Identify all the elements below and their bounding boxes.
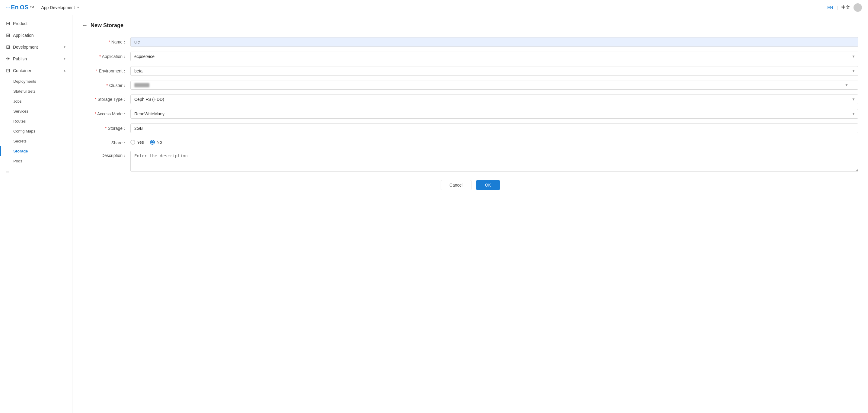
share-no-radio[interactable] [150, 140, 155, 145]
new-storage-form: * Name： * Application： ecpservice [82, 37, 858, 190]
sidebar-sub-item-stateful-sets[interactable]: Stateful Sets [0, 86, 72, 96]
sidebar-item-product[interactable]: ⊞ Product [0, 18, 72, 29]
storage-type-control: Ceph FS (HDD) Ceph RBD NFS ▼ [130, 94, 858, 104]
publish-icon: ✈ [6, 56, 10, 62]
sidebar-sub-item-deployments[interactable]: Deployments [0, 77, 72, 86]
sidebar-item-container[interactable]: ⊡ Container ▲ [0, 65, 72, 77]
description-textarea[interactable] [130, 151, 858, 172]
app-selector-label: App Development [41, 5, 74, 10]
description-control [130, 151, 858, 173]
cluster-blurred-value [134, 83, 149, 87]
share-radio-group: Yes No [130, 138, 858, 145]
development-icon: ⊞ [6, 44, 10, 50]
storage-type-required: * [95, 97, 96, 102]
name-input[interactable] [130, 37, 858, 47]
application-control: ecpservice ▼ [130, 52, 858, 61]
storage-label: Storage [13, 149, 28, 153]
application-select-wrap: ecpservice ▼ [130, 52, 858, 61]
lang-en-btn[interactable]: EN [827, 5, 833, 10]
storage-size-control [130, 123, 858, 133]
share-no-label: No [157, 140, 162, 145]
deployments-label: Deployments [13, 79, 36, 84]
cluster-label: * Cluster： [82, 81, 130, 88]
logo-en: En [11, 4, 19, 11]
menu-icon: ≡ [6, 169, 9, 175]
sidebar-sub-item-jobs[interactable]: Jobs [0, 96, 72, 106]
description-label: Description： [82, 151, 130, 158]
application-select[interactable]: ecpservice [130, 52, 858, 61]
topnav-right: EN | 中文 [827, 3, 862, 12]
environment-select[interactable]: beta [130, 66, 858, 76]
storage-type-select[interactable]: Ceph FS (HDD) Ceph RBD NFS [130, 94, 858, 104]
environment-label-text: Environment： [99, 68, 127, 73]
name-label: * Name： [82, 37, 130, 45]
cluster-label-text: Cluster： [109, 83, 127, 88]
sidebar-item-label-publish: Publish [13, 56, 60, 61]
cluster-required: * [106, 83, 108, 88]
environment-select-wrap: beta ▼ [130, 66, 858, 76]
access-mode-select[interactable]: ReadWriteMany ReadWriteOnce ReadOnlyMany [130, 109, 858, 119]
sidebar-item-publish[interactable]: ✈ Publish ▼ [0, 53, 72, 65]
storage-size-input[interactable] [130, 123, 858, 133]
secrets-label: Secrets [13, 139, 27, 143]
application-label: * Application： [82, 52, 130, 59]
sidebar-item-label-container: Container [13, 68, 60, 73]
share-label: Share： [82, 138, 130, 146]
cancel-button[interactable]: Cancel [441, 180, 471, 190]
storage-type-label: * Storage Type： [82, 94, 130, 102]
share-no-option[interactable]: No [150, 140, 162, 145]
sidebar-item-development[interactable]: ⊞ Development ▼ [0, 41, 72, 53]
app-selector[interactable]: App Development ▼ [39, 4, 82, 11]
product-icon: ⊞ [6, 21, 10, 26]
storage-type-row: * Storage Type： Ceph FS (HDD) Ceph RBD N… [82, 94, 858, 104]
form-buttons: Cancel OK [82, 180, 858, 190]
ok-button[interactable]: OK [476, 180, 500, 190]
sidebar-sub-item-pods[interactable]: Pods [0, 156, 72, 166]
sidebar-bottom-icon[interactable]: ≡ [0, 166, 72, 178]
main-content: ← New Storage * Name： * Application： [72, 15, 868, 413]
application-label-text: Application： [102, 54, 127, 59]
cluster-control: ▼ [130, 81, 858, 90]
development-arrow: ▼ [63, 45, 66, 49]
services-label: Services [13, 109, 28, 114]
sidebar-item-application[interactable]: ⊞ Application [0, 29, 72, 41]
name-label-text: Name： [112, 39, 127, 45]
storage-type-select-wrap: Ceph FS (HDD) Ceph RBD NFS ▼ [130, 94, 858, 104]
application-required: * [99, 54, 101, 59]
description-row: Description： [82, 151, 858, 173]
back-button[interactable]: ← [82, 22, 88, 29]
cluster-select-wrap: ▼ [130, 81, 858, 90]
share-yes-radio[interactable] [130, 140, 135, 145]
environment-label: * Environment： [82, 66, 130, 74]
logo-dots: ··· [6, 4, 10, 10]
share-label-text: Share： [112, 140, 127, 145]
sidebar-item-label-development: Development [13, 45, 60, 50]
sidebar-sub-item-services[interactable]: Services [0, 106, 72, 116]
access-mode-row: * Access Mode： ReadWriteMany ReadWriteOn… [82, 109, 858, 119]
sidebar: ⊞ Product ⊞ Application ⊞ Development ▼ … [0, 15, 72, 413]
container-arrow: ▲ [63, 69, 66, 72]
storage-size-required: * [105, 126, 106, 131]
sidebar-sub-item-routes[interactable]: Routes [0, 116, 72, 126]
logo: ··· EnOS™ [6, 4, 34, 11]
topnav-left: ··· EnOS™ App Development ▼ [6, 4, 82, 11]
sidebar-sub-item-secrets[interactable]: Secrets [0, 136, 72, 146]
lang-zh-btn[interactable]: 中文 [841, 5, 850, 10]
sidebar-sub-item-config-maps[interactable]: Config Maps [0, 126, 72, 136]
lang-separator: | [837, 5, 838, 10]
cluster-display[interactable]: ▼ [130, 81, 858, 90]
avatar[interactable] [854, 3, 862, 12]
topnav: ··· EnOS™ App Development ▼ EN | 中文 [0, 0, 868, 15]
application-icon: ⊞ [6, 32, 10, 38]
routes-label: Routes [13, 119, 26, 123]
pods-label: Pods [13, 159, 22, 163]
stateful-sets-label: Stateful Sets [13, 89, 36, 94]
description-label-text: Description： [101, 153, 127, 158]
container-icon: ⊡ [6, 68, 10, 73]
sidebar-item-label-product: Product [13, 21, 66, 26]
environment-row: * Environment： beta ▼ [82, 66, 858, 76]
description-section: Description： [82, 151, 858, 173]
storage-size-label: * Storage： [82, 123, 130, 131]
share-yes-option[interactable]: Yes [130, 140, 144, 145]
sidebar-sub-item-storage[interactable]: Storage [0, 146, 72, 156]
